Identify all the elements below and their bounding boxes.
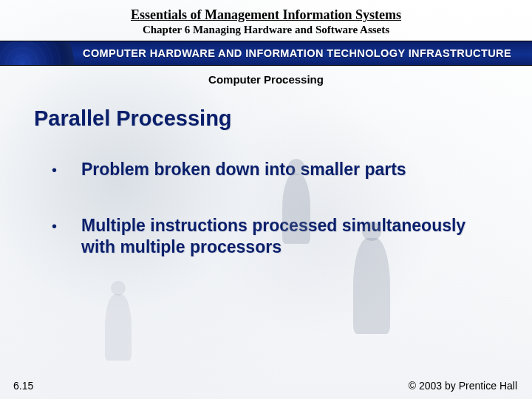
bullet-icon: • — [52, 159, 56, 181]
slide-number: 6.15 — [13, 380, 33, 392]
book-title: Essentials of Management Information Sys… — [0, 7, 532, 23]
slide: Essentials of Management Information Sys… — [0, 0, 532, 399]
section-bar: COMPUTER HARDWARE AND INFORMATION TECHNO… — [0, 41, 532, 66]
footer: 6.15 © 2003 by Prentice Hall — [0, 380, 532, 392]
bg-silhouette — [282, 174, 310, 244]
bullet-list: • Problem broken down into smaller parts… — [0, 159, 532, 259]
bullet-text: Problem broken down into smaller parts — [81, 159, 406, 180]
list-item: • Problem broken down into smaller parts — [52, 159, 495, 181]
bg-silhouette — [353, 238, 390, 334]
bullet-icon: • — [52, 215, 56, 237]
bg-silhouette — [111, 281, 126, 296]
slide-heading: Parallel Processing — [34, 106, 532, 131]
chapter-line: Chapter 6 Managing Hardware and Software… — [0, 24, 532, 36]
list-item: • Multiple instructions processed simult… — [52, 215, 495, 259]
title-block: Essentials of Management Information Sys… — [0, 0, 532, 36]
section-heading: COMPUTER HARDWARE AND INFORMATION TECHNO… — [83, 47, 511, 59]
topic-subheading: Computer Processing — [0, 73, 532, 86]
bg-silhouette — [105, 294, 132, 361]
copyright: © 2003 by Prentice Hall — [409, 380, 517, 392]
bg-silhouette — [288, 159, 304, 175]
